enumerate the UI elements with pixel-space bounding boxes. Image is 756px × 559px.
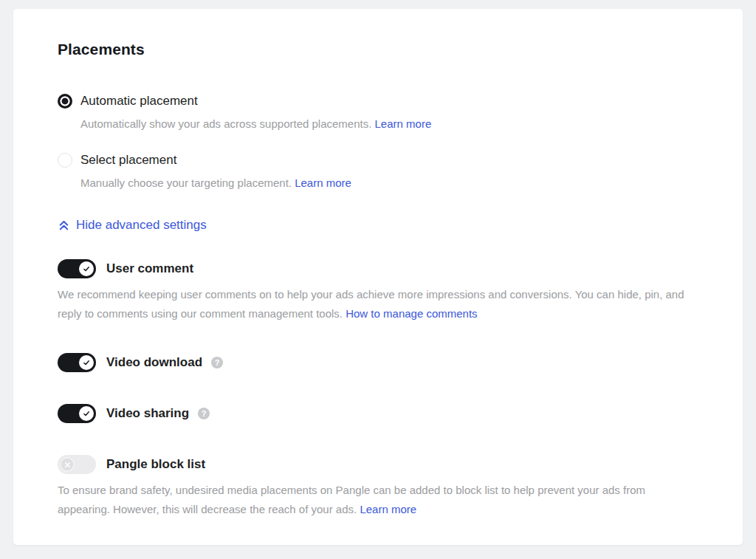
video-download-label: Video download — [106, 354, 202, 371]
page-title: Placements — [58, 39, 698, 60]
placement-option-automatic: Automatic placement Automatically show y… — [58, 92, 698, 132]
pangle-block-list-label: Pangle block list — [106, 456, 205, 473]
radio-row-automatic[interactable]: Automatic placement — [58, 92, 698, 110]
user-comment-description: We recommend keeping user comments on to… — [58, 285, 698, 323]
select-placement-description: Manually choose your targeting placement… — [80, 175, 698, 191]
user-comment-label: User comment — [106, 260, 193, 278]
placements-panel: Placements Automatic placement Automatic… — [13, 9, 743, 545]
learn-more-link[interactable]: Learn more — [295, 176, 351, 189]
radio-label-automatic[interactable]: Automatic placement — [80, 92, 198, 110]
setting-row-video-download: Video download ? — [58, 353, 698, 372]
setting-row-pangle-block-list: Pangle block list — [58, 455, 698, 474]
how-to-manage-comments-link[interactable]: How to manage comments — [346, 307, 477, 320]
user-comment-toggle[interactable] — [58, 259, 96, 278]
setting-row-video-sharing: Video sharing ? — [58, 404, 698, 423]
placement-option-select: Select placement Manually choose your ta… — [58, 151, 698, 191]
video-sharing-toggle[interactable] — [58, 404, 96, 423]
video-sharing-label: Video sharing — [106, 405, 189, 422]
radio-unselected-icon[interactable] — [58, 153, 72, 168]
description-text: To ensure brand safety, undesired media … — [58, 484, 645, 515]
toggle-x-icon — [60, 457, 75, 472]
toggle-check-icon — [79, 261, 94, 276]
pangle-block-list-toggle[interactable] — [58, 455, 96, 474]
radio-selected-icon[interactable] — [58, 94, 72, 109]
help-icon[interactable]: ? — [198, 408, 210, 419]
hide-advanced-settings-label: Hide advanced settings — [76, 216, 207, 234]
hide-advanced-settings-link[interactable]: Hide advanced settings — [58, 216, 207, 234]
setting-row-user-comment: User comment — [58, 259, 698, 278]
radio-label-select[interactable]: Select placement — [80, 151, 176, 169]
toggle-check-icon — [79, 355, 94, 370]
description-text: Manually choose your targeting placement… — [80, 176, 292, 189]
radio-row-select[interactable]: Select placement — [58, 151, 698, 169]
learn-more-link[interactable]: Learn more — [360, 503, 416, 515]
video-download-toggle[interactable] — [58, 353, 96, 372]
double-chevron-up-icon — [58, 219, 70, 232]
help-icon[interactable]: ? — [211, 357, 223, 368]
learn-more-link[interactable]: Learn more — [375, 117, 432, 130]
pangle-block-list-description: To ensure brand safety, undesired media … — [58, 481, 698, 519]
description-text: Automatically show your ads across suppo… — [80, 117, 371, 130]
automatic-placement-description: Automatically show your ads across suppo… — [80, 116, 698, 132]
toggle-check-icon — [79, 406, 94, 421]
